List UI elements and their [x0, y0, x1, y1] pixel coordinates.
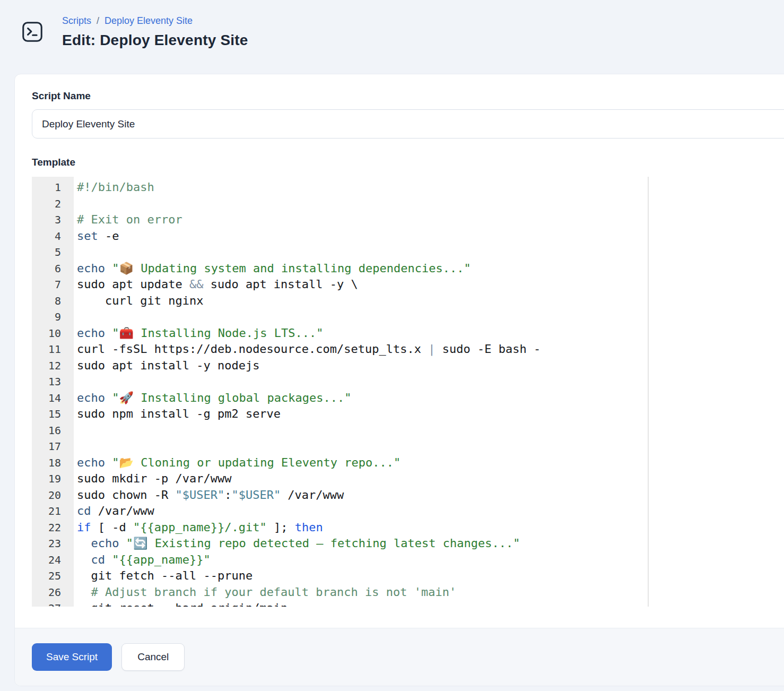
code-text	[74, 438, 84, 455]
code-line[interactable]: 2	[32, 196, 648, 212]
code-text: curl -fsSL https://deb.nodesource.com/se…	[74, 341, 541, 358]
code-line[interactable]: 22if [ -d "{{app_name}}/.git" ]; then	[32, 520, 648, 536]
line-number: 1	[32, 179, 74, 196]
code-text: curl git nginx	[74, 293, 203, 309]
line-number: 18	[32, 455, 74, 471]
code-text: sudo apt install -y nodejs	[74, 358, 259, 374]
line-number: 5	[32, 244, 74, 261]
code-line[interactable]: 5	[32, 244, 648, 261]
line-number: 19	[32, 471, 74, 487]
line-number: 25	[32, 568, 74, 584]
code-line[interactable]: 3# Exit on error	[32, 212, 648, 228]
code-line[interactable]: 26 # Adjust branch if your default branc…	[32, 584, 648, 601]
save-button[interactable]: Save Script	[32, 643, 112, 671]
line-number: 20	[32, 487, 74, 504]
page-title: Edit: Deploy Eleventy Site	[62, 32, 248, 49]
breadcrumb-separator: /	[97, 14, 99, 27]
code-text: git fetch --all --prune	[74, 568, 252, 584]
line-number: 15	[32, 406, 74, 422]
code-line[interactable]: 16	[32, 422, 648, 439]
code-text: cd /var/www	[74, 503, 154, 520]
breadcrumb-link-scripts[interactable]: Scripts	[62, 14, 91, 27]
line-number: 16	[32, 422, 74, 439]
line-number: 11	[32, 341, 74, 358]
page: { "header": { "icon": "terminal-icon", "…	[0, 0, 784, 691]
code-text: git reset --hard origin/main	[74, 600, 288, 607]
script-name-input[interactable]	[32, 109, 784, 139]
line-number: 2	[32, 196, 74, 212]
code-line[interactable]: 6echo "📦 Updating system and installing …	[32, 261, 648, 277]
line-number: 10	[32, 325, 74, 342]
code-text: echo "🧰 Installing Node.js LTS..."	[74, 325, 324, 342]
line-number: 23	[32, 535, 74, 552]
code-text: sudo mkdir -p /var/www	[74, 471, 231, 487]
code-text: cd "{{app_name}}"	[74, 552, 211, 568]
line-number: 9	[32, 309, 74, 325]
code-line[interactable]: 15sudo npm install -g pm2 serve	[32, 406, 648, 422]
header: Scripts / Deploy Eleventy Site Edit: Dep…	[0, 0, 784, 49]
code-text	[74, 244, 84, 261]
code-line[interactable]: 18echo "📂 Cloning or updating Eleventy r…	[32, 455, 648, 471]
line-number: 22	[32, 520, 74, 536]
code-line[interactable]: 14echo "🚀 Installing global packages..."	[32, 390, 648, 407]
code-text: echo "📂 Cloning or updating Eleventy rep…	[74, 455, 400, 471]
code-line[interactable]: 24 cd "{{app_name}}"	[32, 552, 648, 568]
line-number: 14	[32, 390, 74, 407]
code-line[interactable]: 13	[32, 374, 648, 390]
code-line[interactable]: 25 git fetch --all --prune	[32, 568, 648, 584]
code-text: echo "🔄 Existing repo detected — fetchin…	[74, 535, 520, 552]
line-number: 12	[32, 358, 74, 374]
template-label: Template	[32, 157, 784, 168]
edit-script-card: Script Name Template 1#!/bin/bash2 3# Ex…	[14, 74, 784, 686]
line-number: 26	[32, 584, 74, 601]
cancel-button[interactable]: Cancel	[121, 643, 185, 671]
line-number: 4	[32, 228, 74, 245]
code-line[interactable]: 9	[32, 309, 648, 325]
line-number: 13	[32, 374, 74, 390]
code-text: echo "📦 Updating system and installing d…	[74, 261, 471, 277]
breadcrumb: Scripts / Deploy Eleventy Site	[62, 14, 248, 27]
code-text: # Adjust branch if your default branch i…	[74, 584, 456, 601]
code-line[interactable]: 7sudo apt update && sudo apt install -y …	[32, 277, 648, 293]
code-text: sudo apt update && sudo apt install -y \	[74, 277, 358, 293]
code-line[interactable]: 1#!/bin/bash	[32, 179, 648, 196]
code-text	[74, 196, 84, 212]
code-line[interactable]: 23 echo "🔄 Existing repo detected — fetc…	[32, 535, 648, 552]
code-line[interactable]: 4set -e	[32, 228, 648, 245]
script-name-label: Script Name	[32, 90, 784, 102]
code-text: #!/bin/bash	[74, 179, 154, 196]
code-text	[74, 422, 84, 439]
code-line[interactable]: 27 git reset --hard origin/main	[32, 600, 648, 607]
line-number: 27	[32, 600, 74, 607]
breadcrumb-link-current[interactable]: Deploy Eleventy Site	[104, 14, 193, 27]
code-line[interactable]: 8 curl git nginx	[32, 293, 648, 309]
terminal-icon	[20, 20, 45, 44]
template-editor[interactable]: 1#!/bin/bash2 3# Exit on error4set -e5 6…	[32, 177, 649, 607]
code-line[interactable]: 12sudo apt install -y nodejs	[32, 358, 648, 374]
code-text	[74, 309, 84, 325]
line-number: 8	[32, 293, 74, 309]
line-number: 17	[32, 438, 74, 455]
code-text: set -e	[74, 228, 119, 245]
code-line[interactable]: 11curl -fsSL https://deb.nodesource.com/…	[32, 341, 648, 358]
code-line[interactable]: 17	[32, 438, 648, 455]
line-number: 24	[32, 552, 74, 568]
line-number: 3	[32, 212, 74, 228]
line-number: 21	[32, 503, 74, 520]
code-line[interactable]: 20sudo chown -R "$USER":"$USER" /var/www	[32, 487, 648, 504]
code-text: if [ -d "{{app_name}}/.git" ]; then	[74, 520, 323, 536]
form-footer: Save Script Cancel	[15, 628, 784, 686]
code-line[interactable]: 21cd /var/www	[32, 503, 648, 520]
code-text: sudo npm install -g pm2 serve	[74, 406, 281, 422]
code-line[interactable]: 10echo "🧰 Installing Node.js LTS..."	[32, 325, 648, 342]
code-text	[74, 374, 84, 390]
line-number: 6	[32, 261, 74, 277]
code-text: sudo chown -R "$USER":"$USER" /var/www	[74, 487, 344, 504]
code-text: # Exit on error	[74, 212, 182, 228]
code-line[interactable]: 19sudo mkdir -p /var/www	[32, 471, 648, 487]
code-text: echo "🚀 Installing global packages..."	[74, 390, 352, 407]
line-number: 7	[32, 277, 74, 293]
